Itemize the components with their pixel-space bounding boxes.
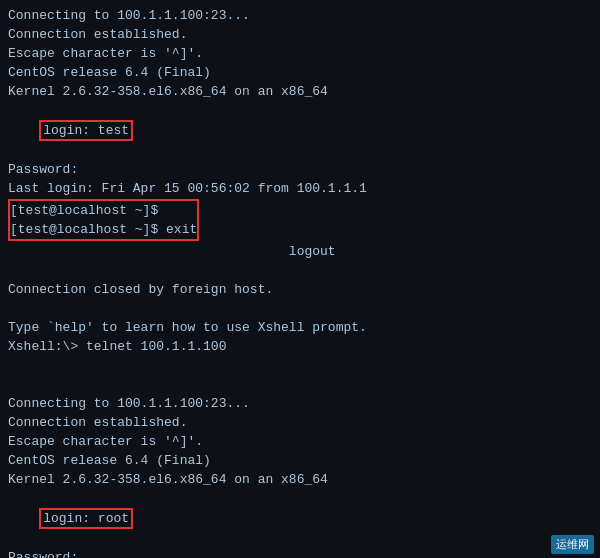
line-5: Kernel 2.6.32-358.el6.x86_64 on an x86_6… bbox=[8, 82, 592, 101]
terminal-window: Connecting to 100.1.1.100:23... Connecti… bbox=[0, 0, 600, 558]
line-14 bbox=[8, 299, 592, 318]
line-7: Password: bbox=[8, 160, 592, 179]
line-20: Connection established. bbox=[8, 413, 592, 432]
line-4: CentOS release 6.4 (Final) bbox=[8, 63, 592, 82]
line-15: Type `help' to learn how to use Xshell p… bbox=[8, 318, 592, 337]
line-3: Escape character is '^]'. bbox=[8, 44, 592, 63]
line-21: Escape character is '^]'. bbox=[8, 432, 592, 451]
line-18 bbox=[8, 375, 592, 394]
line-8: Last login: Fri Apr 15 00:56:02 from 100… bbox=[8, 179, 592, 198]
line-22: CentOS release 6.4 (Final) bbox=[8, 451, 592, 470]
line-24: login: root bbox=[8, 489, 592, 548]
line-16: Xshell:\> telnet 100.1.1.100 bbox=[8, 337, 592, 356]
line-13: Connection closed by foreign host. bbox=[8, 280, 592, 299]
watermark: 运维网 bbox=[551, 535, 594, 554]
line-11: logout bbox=[8, 242, 592, 261]
line-10: [test@localhost ~]$ exit bbox=[10, 220, 197, 239]
line-2: Connection established. bbox=[8, 25, 592, 44]
line-12 bbox=[8, 261, 592, 280]
line-1: Connecting to 100.1.1.100:23... bbox=[8, 6, 592, 25]
highlight-login-test: login: test bbox=[39, 120, 133, 141]
line-9: [test@localhost ~]$ bbox=[10, 201, 197, 220]
line-17 bbox=[8, 356, 592, 375]
line-19: Connecting to 100.1.1.100:23... bbox=[8, 394, 592, 413]
highlight-test-session: [test@localhost ~]$ [test@localhost ~]$ … bbox=[8, 199, 199, 241]
line-6: login: test bbox=[8, 101, 592, 160]
line-25: Password: bbox=[8, 548, 592, 558]
highlight-login-root: login: root bbox=[39, 508, 133, 529]
line-23: Kernel 2.6.32-358.el6.x86_64 on an x86_6… bbox=[8, 470, 592, 489]
